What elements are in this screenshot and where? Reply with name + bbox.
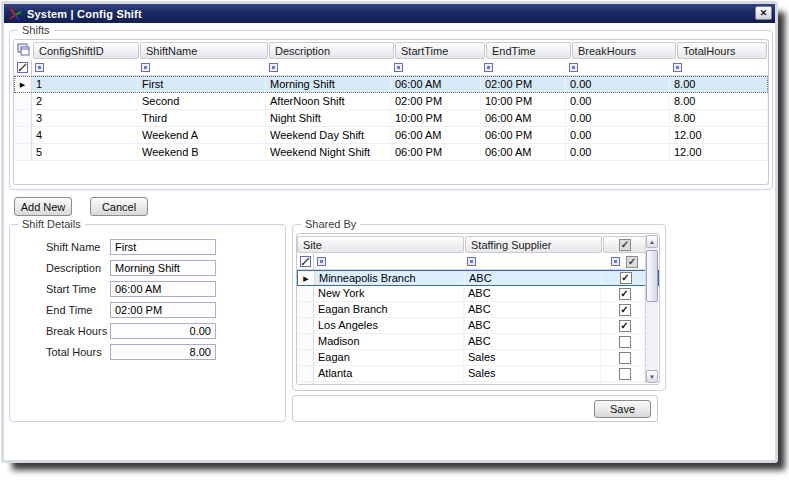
shift-row[interactable]: ▶ 2 Second AfterNoon Shift 02:00 PM 10:0… bbox=[14, 93, 768, 110]
site-row[interactable]: ▶ New York ABC ✓ bbox=[297, 286, 659, 302]
row-checkbox[interactable]: ✓ bbox=[619, 384, 631, 386]
site-row[interactable]: ▶ Eagan Branch ABC ✓ bbox=[297, 302, 659, 318]
row-header-cell: ▶ bbox=[14, 127, 32, 143]
cell-shared-checkbox: ✓ bbox=[601, 334, 645, 349]
row-checkbox[interactable]: ✓ bbox=[619, 368, 631, 380]
select-all-checkbox[interactable]: ✓ bbox=[619, 239, 631, 251]
cell-starttime: 06:00 AM bbox=[391, 76, 481, 92]
cell-shared-checkbox: ✓ bbox=[601, 302, 645, 317]
filter-icon[interactable] bbox=[484, 63, 493, 72]
field-input[interactable]: 8.00 bbox=[110, 344, 216, 360]
shifts-grid-body: ▶ 1 First Morning Shift 06:00 AM 02:00 P… bbox=[14, 76, 768, 161]
filter-icon[interactable] bbox=[569, 63, 578, 72]
field-label: End Time bbox=[46, 304, 108, 316]
filter-icon[interactable] bbox=[269, 63, 278, 72]
current-row-marker-icon: ▶ bbox=[20, 81, 25, 88]
cell-site: Eagan bbox=[314, 350, 464, 365]
filter-icon[interactable] bbox=[467, 257, 476, 266]
row-header-cell: ▶ bbox=[297, 366, 314, 381]
cell-shiftname: Weekend B bbox=[138, 144, 266, 160]
site-row[interactable]: ▶ Los Angeles ABC ✓ bbox=[297, 318, 659, 334]
scroll-thumb[interactable] bbox=[646, 250, 658, 302]
scroll-up-button[interactable]: ▲ bbox=[646, 235, 658, 248]
site-row[interactable]: ▶ Eagan Sales ✓ bbox=[297, 350, 659, 366]
save-panel: Save bbox=[292, 395, 658, 422]
cell-staffing-supplier: ABC bbox=[464, 286, 601, 301]
column-header-site[interactable]: Site bbox=[297, 236, 464, 253]
filter-edit-button[interactable] bbox=[297, 254, 314, 269]
filter-icon[interactable] bbox=[673, 63, 682, 72]
row-checkbox[interactable]: ✓ bbox=[619, 352, 631, 364]
row-checkbox[interactable]: ✓ bbox=[619, 288, 631, 300]
filter-edit-button[interactable] bbox=[14, 60, 32, 75]
title-bar[interactable]: System | Config Shift ✕ bbox=[4, 4, 775, 23]
cell-configshiftid: 3 bbox=[32, 110, 138, 126]
column-header-endtime[interactable]: EndTime bbox=[486, 42, 571, 59]
row-checkbox[interactable]: ✓ bbox=[619, 304, 631, 316]
site-row[interactable]: ▶ Minneapolis Branch ABC ✓ bbox=[297, 270, 659, 286]
column-header-description[interactable]: Description bbox=[269, 42, 394, 59]
shared-grid-body: ▶ Minneapolis Branch ABC ✓ bbox=[297, 270, 659, 385]
field-input[interactable]: 0.00 bbox=[110, 323, 216, 339]
column-header-staffing-supplier[interactable]: Staffing Supplier bbox=[465, 236, 602, 253]
cell-breakhours: 0.00 bbox=[566, 110, 670, 126]
filter-checkbox[interactable]: ✓ bbox=[626, 256, 638, 268]
cancel-button[interactable]: Cancel bbox=[90, 197, 148, 216]
row-header-cell: ▶ bbox=[297, 318, 314, 333]
grid-customize-button[interactable] bbox=[14, 42, 32, 59]
shift-row[interactable]: ▶ 5 Weekend B Weekend Night Shift 06:00 … bbox=[14, 144, 768, 161]
filter-icon[interactable] bbox=[394, 63, 403, 72]
row-checkbox[interactable]: ✓ bbox=[620, 272, 632, 284]
shift-row[interactable]: ▶ 1 First Morning Shift 06:00 AM 02:00 P… bbox=[14, 76, 768, 93]
app-icon bbox=[8, 7, 22, 21]
column-header-starttime[interactable]: StartTime bbox=[395, 42, 485, 59]
cell-totalhours: 8.00 bbox=[670, 93, 768, 109]
filter-icon[interactable] bbox=[317, 257, 326, 266]
grid-customize-icon bbox=[17, 43, 30, 56]
field-input[interactable]: First bbox=[110, 239, 216, 255]
shift-row[interactable]: ▶ 3 Third Night Shift 10:00 PM 06:00 AM … bbox=[14, 110, 768, 127]
vertical-scrollbar[interactable]: ▲ ▼ bbox=[645, 235, 658, 383]
shared-by-grid: Site Staffing Supplier ✓ bbox=[296, 233, 660, 385]
cell-starttime: 06:00 AM bbox=[391, 127, 481, 143]
close-button[interactable]: ✕ bbox=[755, 6, 772, 20]
row-header-cell: ▶ bbox=[14, 110, 32, 126]
column-header-breakhours[interactable]: BreakHours bbox=[572, 42, 676, 59]
row-header-cell: ▶ bbox=[14, 144, 32, 160]
site-row[interactable]: ▶ Madison ABC ✓ bbox=[297, 334, 659, 350]
filter-icon[interactable] bbox=[611, 257, 620, 266]
scroll-down-button[interactable]: ▼ bbox=[646, 370, 658, 383]
site-row[interactable]: ▶ Kalispell Sales ✓ bbox=[297, 382, 659, 385]
save-button[interactable]: Save bbox=[594, 400, 651, 418]
column-header-totalhours[interactable]: TotalHours bbox=[677, 42, 767, 59]
filter-icon[interactable] bbox=[141, 63, 150, 72]
cell-shared-checkbox: ✓ bbox=[601, 350, 645, 365]
cell-site: Minneapolis Branch bbox=[315, 271, 465, 285]
shared-filter-row: ✓ bbox=[297, 254, 659, 270]
cell-site: Kalispell bbox=[314, 382, 464, 385]
field-input[interactable]: 06:00 AM bbox=[110, 281, 216, 297]
shift-row[interactable]: ▶ 4 Weekend A Weekend Day Shift 06:00 AM… bbox=[14, 127, 768, 144]
filter-edit-icon bbox=[300, 256, 311, 267]
cell-shared-checkbox: ✓ bbox=[601, 382, 645, 385]
cell-description: Night Shift bbox=[266, 110, 391, 126]
field-input[interactable]: 02:00 PM bbox=[110, 302, 216, 318]
field-input[interactable]: Morning Shift bbox=[110, 260, 216, 276]
cell-breakhours: 0.00 bbox=[566, 76, 670, 92]
row-header-cell: ▶ bbox=[297, 350, 314, 365]
field-label: Start Time bbox=[46, 283, 108, 295]
column-header-configshiftid[interactable]: ConfigShiftID bbox=[33, 42, 139, 59]
screen-background: System | Config Shift ✕ Shifts bbox=[0, 0, 789, 484]
site-row[interactable]: ▶ Atlanta Sales ✓ bbox=[297, 366, 659, 382]
cell-shiftname: Second bbox=[138, 93, 266, 109]
row-checkbox[interactable]: ✓ bbox=[619, 336, 631, 348]
filter-icon[interactable] bbox=[35, 63, 44, 72]
detail-field-row: Shift Name First bbox=[10, 239, 285, 255]
cell-breakhours: 0.00 bbox=[566, 127, 670, 143]
column-header-shiftname[interactable]: ShiftName bbox=[140, 42, 268, 59]
shift-details-fields: Shift Name First Description Morning Shi… bbox=[10, 239, 285, 365]
row-checkbox[interactable]: ✓ bbox=[619, 320, 631, 332]
add-new-button[interactable]: Add New bbox=[14, 197, 72, 216]
row-header-cell: ▶ bbox=[297, 302, 314, 317]
row-header-cell: ▶ bbox=[14, 76, 32, 92]
